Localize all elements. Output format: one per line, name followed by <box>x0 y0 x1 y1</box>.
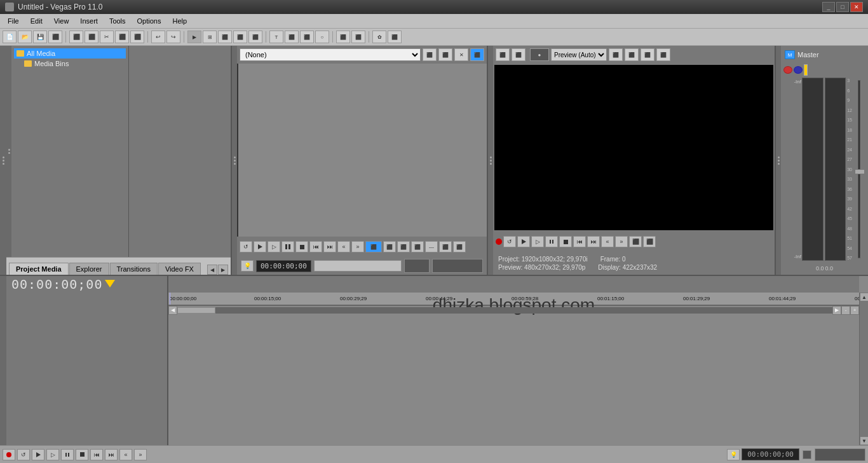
preview-tool2[interactable]: ⬛ <box>512 48 526 61</box>
preview-slow-back[interactable]: « <box>601 236 614 247</box>
copy-button[interactable]: ⬛ <box>115 31 129 43</box>
transport-stop[interactable] <box>76 449 88 460</box>
trim-mark3[interactable]: ⬛ <box>411 241 424 252</box>
trim-slow-back[interactable]: « <box>337 241 350 252</box>
tab-project-media[interactable]: Project Media <box>9 263 69 275</box>
tool5[interactable]: ⬛ <box>248 31 262 43</box>
vscroll-track[interactable] <box>860 301 868 436</box>
timeline-hscrollbar[interactable]: ◀ ▶ - + <box>168 305 859 314</box>
transport-play[interactable] <box>32 449 44 460</box>
trim-progress-bar[interactable] <box>314 260 402 272</box>
cut-button[interactable]: ✂ <box>100 31 114 43</box>
menu-options[interactable]: Options <box>132 16 166 26</box>
trim-tool2[interactable]: ⬛ <box>438 48 452 61</box>
tool11[interactable]: ⬛ <box>351 31 365 43</box>
new-button[interactable]: 📄 <box>3 31 17 43</box>
preview-stop[interactable] <box>559 236 572 247</box>
trim-mark-out[interactable]: ⬛ <box>383 241 396 252</box>
tool2[interactable]: ⊞ <box>203 31 217 43</box>
trim-slow-fwd[interactable]: » <box>351 241 364 252</box>
preview-props[interactable]: ⬛ <box>641 48 654 61</box>
trim-tool3[interactable]: ⬛ <box>470 48 484 61</box>
preview-play2[interactable]: ▷ <box>531 236 544 247</box>
transport-skip-end[interactable]: ⏭ <box>105 449 118 460</box>
trim-drag-handle[interactable] <box>232 46 237 275</box>
left-drag-handle[interactable] <box>0 46 6 275</box>
zoom-in-btn[interactable]: + <box>850 306 859 315</box>
redo-button[interactable]: ⬛ <box>85 31 98 43</box>
preview-skip-start[interactable]: ⏮ <box>573 236 586 247</box>
transport-record[interactable] <box>3 449 15 460</box>
undo-button[interactable]: ↩ <box>151 31 165 43</box>
tree-item-all-media[interactable]: All Media <box>14 48 126 59</box>
tool8[interactable]: ⬛ <box>300 31 314 43</box>
tool1[interactable]: ▶ <box>187 31 201 43</box>
transport-loop[interactable]: ↺ <box>17 449 30 460</box>
tool3[interactable]: ⬛ <box>218 31 232 43</box>
trim-pause[interactable] <box>281 241 294 252</box>
trim-mark4[interactable]: — <box>425 241 438 252</box>
tab-next-button[interactable]: ▶ <box>218 265 228 275</box>
trim-loop[interactable]: ↺ <box>240 241 252 252</box>
preview-skip-end[interactable]: ⏭ <box>587 236 600 247</box>
scroll-right-btn[interactable]: ▶ <box>832 306 841 315</box>
save2-button[interactable]: ⬛ <box>48 31 62 43</box>
redo2-button[interactable]: ↪ <box>166 31 180 43</box>
scroll-left-btn[interactable]: ◀ <box>168 306 177 315</box>
menu-edit[interactable]: Edit <box>25 16 48 26</box>
tool10[interactable]: ⬛ <box>336 31 350 43</box>
trim-stop[interactable] <box>295 241 308 252</box>
preview-pause[interactable] <box>545 236 558 247</box>
record-button[interactable] <box>496 238 502 245</box>
menu-help[interactable]: Help <box>167 16 192 26</box>
tool4[interactable]: ⬛ <box>233 31 247 43</box>
tl-left-drag2[interactable] <box>0 293 6 445</box>
trim-play-loop[interactable]: ▷ <box>268 241 280 252</box>
preview-full[interactable]: ⬛ <box>625 48 639 61</box>
menu-insert[interactable]: Insert <box>75 16 103 26</box>
tool12[interactable]: ✿ <box>372 31 386 43</box>
master-fader[interactable] <box>853 78 865 261</box>
media-tree-drag[interactable] <box>6 46 11 257</box>
trim-mark6[interactable]: ⬛ <box>453 241 466 252</box>
preview-half[interactable]: ⬛ <box>609 48 623 61</box>
undo-group[interactable]: ⬛ <box>69 31 83 43</box>
transport-skip-start[interactable]: ⏮ <box>90 449 103 460</box>
save-button[interactable]: 💾 <box>33 31 47 43</box>
transport-icon[interactable] <box>803 450 811 459</box>
trim-play[interactable] <box>254 241 266 252</box>
preview-copy[interactable]: ⬛ <box>656 48 670 61</box>
vscroll-down-btn[interactable]: ▼ <box>860 436 868 445</box>
close-button[interactable]: ✕ <box>850 2 863 12</box>
paste-button[interactable]: ⬛ <box>130 31 144 43</box>
tab-explorer[interactable]: Explorer <box>69 263 109 275</box>
tool6[interactable]: T <box>269 31 283 43</box>
tree-item-media-bins[interactable]: Media Bins <box>14 59 126 69</box>
master-drag-handle[interactable] <box>776 46 781 275</box>
tl-left-drag[interactable] <box>0 276 6 293</box>
tab-video-fx[interactable]: Video FX <box>158 263 201 275</box>
preview-play[interactable] <box>517 236 530 247</box>
preview-monitor-icon[interactable]: ● <box>530 48 549 61</box>
tab-prev-button[interactable]: ◀ <box>207 265 217 275</box>
minimize-button[interactable]: _ <box>822 2 835 12</box>
timeline-scrollbar-thumb[interactable] <box>177 307 215 314</box>
preview-tool1[interactable]: ⬛ <box>496 48 510 61</box>
trim-mark2[interactable]: ⬛ <box>397 241 410 252</box>
trim-tool1[interactable]: ⬛ <box>423 48 437 61</box>
transport-pause[interactable] <box>61 449 74 460</box>
preview-loop[interactable]: ↺ <box>503 236 516 247</box>
trim-source-select[interactable]: (None) <box>240 48 421 61</box>
preview-drag-handle[interactable] <box>488 46 493 275</box>
preview-back-frame[interactable]: ⬛ <box>629 236 642 247</box>
transport-slow-fwd[interactable]: » <box>134 449 147 460</box>
trim-marker-btn[interactable]: 💡 <box>241 260 254 272</box>
trim-skip-start[interactable]: ⏮ <box>309 241 322 252</box>
restore-button[interactable]: □ <box>836 2 849 12</box>
fader-handle[interactable] <box>855 169 865 174</box>
trim-close[interactable]: ✕ <box>454 48 468 61</box>
trim-mark5[interactable]: ⬛ <box>439 241 452 252</box>
transport-slow-back[interactable]: « <box>119 449 132 460</box>
preview-mode-select[interactable]: Preview (Auto) <box>551 48 607 61</box>
tool13[interactable]: ⬛ <box>388 31 402 43</box>
